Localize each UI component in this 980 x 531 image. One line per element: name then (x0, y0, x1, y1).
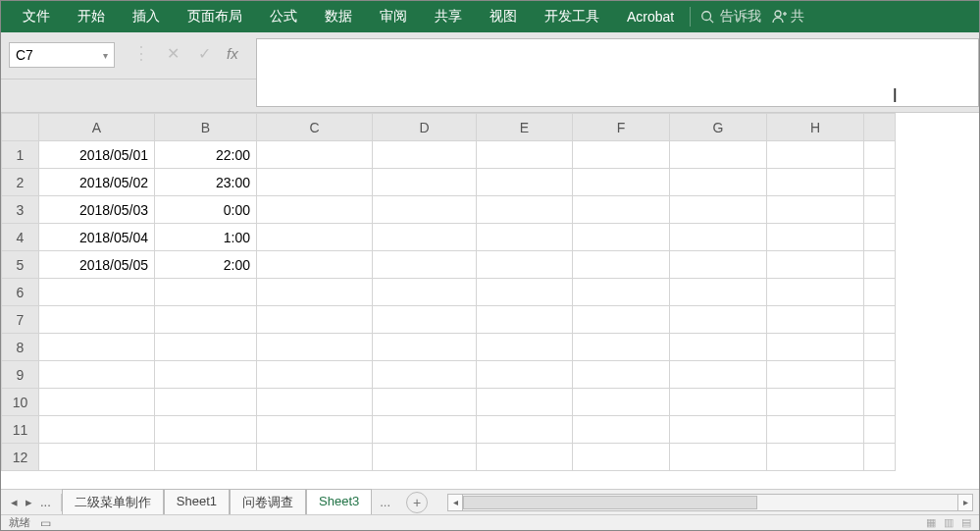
cell[interactable] (767, 389, 864, 416)
cell[interactable] (767, 306, 864, 334)
cell[interactable] (767, 334, 864, 361)
cell[interactable] (155, 416, 257, 444)
cell[interactable] (373, 389, 477, 416)
page-break-icon[interactable]: ▤ (961, 516, 971, 529)
cell[interactable] (864, 251, 896, 279)
cell[interactable] (573, 361, 670, 389)
cell[interactable]: 2018/05/01 (39, 141, 155, 169)
tab-file[interactable]: 文件 (9, 2, 64, 31)
cell[interactable]: 0:00 (155, 196, 257, 224)
cell[interactable] (477, 224, 573, 251)
cell[interactable] (864, 389, 896, 416)
cell[interactable] (39, 334, 155, 361)
cell[interactable] (767, 279, 864, 306)
cell[interactable] (39, 306, 155, 334)
cell[interactable]: 2:00 (155, 251, 257, 279)
cell[interactable] (373, 306, 477, 334)
cell[interactable] (670, 306, 767, 334)
cell[interactable] (670, 389, 767, 416)
row-header[interactable]: 7 (2, 306, 39, 334)
row-header[interactable]: 3 (2, 196, 39, 224)
sheet-nav-next[interactable]: ▸ (26, 495, 32, 509)
cell[interactable] (573, 224, 670, 251)
cell[interactable] (39, 444, 155, 471)
scroll-right-button[interactable]: ▸ (957, 494, 973, 511)
scroll-track[interactable] (463, 494, 957, 511)
tab-share[interactable]: 共享 (421, 2, 476, 31)
tab-developer[interactable]: 开发工具 (531, 2, 613, 31)
page-layout-icon[interactable]: ▥ (944, 516, 954, 529)
cell[interactable] (257, 196, 373, 224)
sheet-tab[interactable]: Sheet1 (164, 489, 230, 515)
col-header-H[interactable]: H (767, 114, 864, 141)
cell[interactable] (573, 334, 670, 361)
cell[interactable] (573, 306, 670, 334)
cell[interactable] (767, 444, 864, 471)
scroll-thumb[interactable] (463, 496, 757, 509)
tab-page-layout[interactable]: 页面布局 (174, 2, 256, 31)
cell[interactable] (573, 444, 670, 471)
normal-view-icon[interactable]: ▦ (926, 516, 936, 529)
horizontal-scrollbar[interactable]: ◂ ▸ (447, 494, 979, 511)
cell[interactable] (767, 196, 864, 224)
cell[interactable] (257, 361, 373, 389)
tab-acrobat[interactable]: Acrobat (613, 3, 688, 30)
col-header-A[interactable]: A (39, 114, 155, 141)
cell[interactable] (670, 334, 767, 361)
cell[interactable] (670, 169, 767, 196)
cell[interactable] (257, 416, 373, 444)
row-header[interactable]: 12 (2, 444, 39, 471)
col-header-D[interactable]: D (373, 114, 477, 141)
col-header-B[interactable]: B (155, 114, 257, 141)
cell[interactable] (864, 334, 896, 361)
cell[interactable] (257, 169, 373, 196)
cell[interactable] (864, 279, 896, 306)
col-header-G[interactable]: G (670, 114, 767, 141)
cell[interactable] (373, 251, 477, 279)
spreadsheet-grid[interactable]: A B C D E F G H 12018/05/0122:0022018/05… (1, 113, 979, 471)
cell[interactable] (373, 169, 477, 196)
cell[interactable] (373, 361, 477, 389)
cell[interactable] (670, 224, 767, 251)
sheet-tabs-overflow[interactable]: ... (372, 495, 398, 509)
cell[interactable] (477, 334, 573, 361)
sheet-tab[interactable]: Sheet3 (306, 489, 372, 515)
cell[interactable] (257, 334, 373, 361)
cell[interactable]: 22:00 (155, 141, 257, 169)
cell[interactable] (864, 416, 896, 444)
cell[interactable] (257, 306, 373, 334)
cell[interactable] (767, 361, 864, 389)
cell[interactable] (155, 279, 257, 306)
cell[interactable]: 23:00 (155, 169, 257, 196)
cell[interactable] (155, 444, 257, 471)
cell[interactable] (373, 444, 477, 471)
cell[interactable] (767, 416, 864, 444)
row-header[interactable]: 9 (2, 361, 39, 389)
cell[interactable]: 2018/05/05 (39, 251, 155, 279)
cell[interactable]: 2018/05/02 (39, 169, 155, 196)
cell[interactable] (39, 389, 155, 416)
cell[interactable] (155, 389, 257, 416)
tab-view[interactable]: 视图 (476, 2, 531, 31)
cell[interactable] (573, 196, 670, 224)
cell[interactable] (373, 334, 477, 361)
tab-review[interactable]: 审阅 (366, 2, 421, 31)
sheet-nav-prev[interactable]: ◂ (11, 495, 18, 509)
col-header-extra[interactable] (864, 114, 896, 141)
cell[interactable] (573, 169, 670, 196)
cell[interactable] (767, 224, 864, 251)
cell[interactable] (864, 444, 896, 471)
cell[interactable] (477, 141, 573, 169)
cell[interactable] (39, 279, 155, 306)
cell[interactable] (573, 251, 670, 279)
cell[interactable] (670, 196, 767, 224)
enter-formula-button[interactable]: ✓ (195, 44, 213, 63)
cell[interactable] (670, 444, 767, 471)
add-sheet-button[interactable]: + (406, 492, 428, 513)
scroll-left-button[interactable]: ◂ (447, 494, 463, 511)
cell[interactable] (477, 389, 573, 416)
row-header[interactable]: 4 (2, 224, 39, 251)
col-header-E[interactable]: E (477, 114, 573, 141)
tab-data[interactable]: 数据 (311, 2, 366, 31)
cell[interactable] (670, 279, 767, 306)
